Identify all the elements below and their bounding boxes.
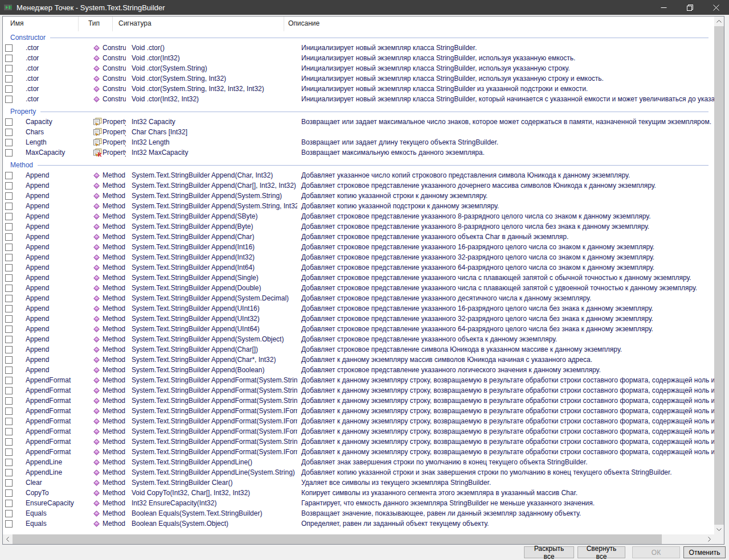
member-checkbox[interactable]	[5, 469, 13, 476]
column-header-type[interactable]: Тип	[79, 17, 113, 31]
member-row[interactable]: AppendMethodSystem.Text.StringBuilder Ap…	[3, 365, 714, 375]
member-row[interactable]: AppendMethodSystem.Text.StringBuilder Ap…	[3, 273, 714, 283]
member-checkbox[interactable]	[5, 75, 13, 83]
member-checkbox[interactable]	[5, 233, 13, 241]
member-checkbox[interactable]	[5, 489, 13, 497]
column-header-description[interactable]: Описание	[284, 17, 724, 31]
member-row[interactable]: AppendMethodSystem.Text.StringBuilder Ap…	[3, 314, 714, 324]
member-row[interactable]: EnsureCapacityMethodInt32 EnsureCapacity…	[3, 498, 714, 508]
member-checkbox[interactable]	[5, 44, 13, 52]
member-checkbox[interactable]	[5, 418, 13, 425]
ok-button[interactable]: ОК	[632, 546, 680, 558]
group-header-constructor[interactable]: Constructor	[3, 32, 714, 43]
member-checkbox[interactable]	[5, 305, 13, 312]
member-row[interactable]: AppendFormatMethodSystem.Text.StringBuil…	[3, 375, 714, 385]
member-checkbox[interactable]	[5, 182, 13, 190]
member-row[interactable]: AppendMethodSystem.Text.StringBuilder Ap…	[3, 324, 714, 334]
member-row[interactable]: AppendMethodSystem.Text.StringBuilder Ap…	[3, 262, 714, 273]
member-checkbox[interactable]	[5, 264, 13, 271]
member-checkbox[interactable]	[5, 326, 13, 333]
member-row[interactable]: .ctorConstructorVoid .ctor()Инициализиру…	[3, 43, 714, 53]
member-row[interactable]: AppendFormatMethodSystem.Text.StringBuil…	[3, 426, 714, 437]
member-checkbox[interactable]	[5, 510, 13, 517]
member-checkbox[interactable]	[5, 479, 13, 487]
member-row[interactable]: EqualsMethodBoolean Equals(System.Object…	[3, 518, 714, 529]
member-row[interactable]: AppendFormatMethodSystem.Text.StringBuil…	[3, 447, 714, 457]
member-checkbox[interactable]	[5, 65, 13, 72]
member-checkbox[interactable]	[5, 118, 13, 126]
member-row[interactable]: AppendMethodSystem.Text.StringBuilder Ap…	[3, 170, 714, 180]
member-row[interactable]: AppendMethodSystem.Text.StringBuilder Ap…	[3, 232, 714, 242]
member-row[interactable]: AppendMethodSystem.Text.StringBuilder Ap…	[3, 293, 714, 303]
hscroll-right-button[interactable]	[705, 534, 714, 544]
member-checkbox[interactable]	[5, 55, 13, 62]
member-row[interactable]: ClearMethodSystem.Text.StringBuilder Cle…	[3, 477, 714, 488]
member-checkbox[interactable]	[5, 367, 13, 374]
member-row[interactable]: AppendFormatMethodSystem.Text.StringBuil…	[3, 406, 714, 416]
column-header-signature[interactable]: Сигнатура	[113, 17, 284, 31]
member-checkbox[interactable]	[5, 387, 13, 394]
member-checkbox[interactable]	[5, 203, 13, 210]
member-checkbox[interactable]	[5, 500, 13, 507]
restore-button[interactable]	[677, 0, 703, 15]
member-checkbox[interactable]	[5, 520, 13, 528]
member-row[interactable]: AppendMethodSystem.Text.StringBuilder Ap…	[3, 283, 714, 293]
member-row[interactable]: AppendMethodSystem.Text.StringBuilder Ap…	[3, 211, 714, 221]
member-checkbox[interactable]	[5, 356, 13, 364]
column-header-name[interactable]: Имя	[3, 17, 79, 31]
hscroll-thumb[interactable]	[13, 534, 662, 544]
group-header-method[interactable]: Method	[3, 160, 714, 170]
vertical-scrollbar[interactable]	[714, 17, 724, 534]
member-checkbox[interactable]	[5, 448, 13, 456]
vscroll-down-button[interactable]	[714, 525, 724, 534]
member-row[interactable]: AppendMethodSystem.Text.StringBuilder Ap…	[3, 180, 714, 191]
member-checkbox[interactable]	[5, 85, 13, 93]
group-header-property[interactable]: Property	[3, 106, 714, 117]
member-checkbox[interactable]	[5, 244, 13, 251]
member-checkbox[interactable]	[5, 459, 13, 466]
member-row[interactable]: .ctorConstructorVoid .ctor(System.String…	[3, 63, 714, 73]
member-checkbox[interactable]	[5, 274, 13, 282]
member-checkbox[interactable]	[5, 139, 13, 146]
member-checkbox[interactable]	[5, 213, 13, 220]
collapse-all-button[interactable]: Свернуть все	[578, 546, 625, 558]
hscroll-left-button[interactable]	[3, 534, 13, 544]
member-row[interactable]: AppendMethodSystem.Text.StringBuilder Ap…	[3, 334, 714, 344]
member-row[interactable]: AppendMethodSystem.Text.StringBuilder Ap…	[3, 191, 714, 201]
member-checkbox[interactable]	[5, 96, 13, 103]
member-row[interactable]: CopyToMethodVoid CopyTo(Int32, Char[], I…	[3, 488, 714, 498]
member-row[interactable]: AppendFormatMethodSystem.Text.StringBuil…	[3, 385, 714, 396]
member-checkbox[interactable]	[5, 377, 13, 384]
member-checkbox[interactable]	[5, 315, 13, 323]
member-row[interactable]: AppendMethodSystem.Text.StringBuilder Ap…	[3, 242, 714, 252]
member-row[interactable]: AppendMethodSystem.Text.StringBuilder Ap…	[3, 344, 714, 355]
member-row[interactable]: CapacityPropertyInt32 CapacityВозвращает…	[3, 117, 714, 127]
member-row[interactable]: AppendFormatMethodSystem.Text.StringBuil…	[3, 396, 714, 406]
member-checkbox[interactable]	[5, 428, 13, 435]
member-row[interactable]: AppendMethodSystem.Text.StringBuilder Ap…	[3, 201, 714, 211]
member-row[interactable]: .ctorConstructorVoid .ctor(Int32)Инициал…	[3, 53, 714, 63]
cancel-button[interactable]: Отменить	[683, 546, 726, 558]
member-row[interactable]: .ctorConstructorVoid .ctor(Int32, Int32)…	[3, 94, 714, 104]
horizontal-scrollbar[interactable]	[3, 534, 714, 544]
member-row[interactable]: AppendLineMethodSystem.Text.StringBuilde…	[3, 467, 714, 477]
member-row[interactable]: .ctorConstructorVoid .ctor(System.String…	[3, 73, 714, 84]
member-row[interactable]: .ctorConstructorVoid .ctor(System.String…	[3, 84, 714, 94]
member-checkbox[interactable]	[5, 407, 13, 415]
member-checkbox[interactable]	[5, 336, 13, 343]
member-checkbox[interactable]	[5, 346, 13, 353]
member-row[interactable]: AppendMethodSystem.Text.StringBuilder Ap…	[3, 355, 714, 365]
member-checkbox[interactable]	[5, 223, 13, 230]
member-checkbox[interactable]	[5, 397, 13, 405]
vscroll-thumb[interactable]	[714, 26, 724, 525]
member-checkbox[interactable]	[5, 129, 13, 136]
member-row[interactable]: EqualsMethodBoolean Equals(System.Text.S…	[3, 508, 714, 518]
close-button[interactable]	[703, 0, 729, 15]
vscroll-up-button[interactable]	[714, 17, 724, 26]
member-checkbox[interactable]	[5, 285, 13, 292]
member-row[interactable]: AppendMethodSystem.Text.StringBuilder Ap…	[3, 221, 714, 232]
member-checkbox[interactable]	[5, 192, 13, 200]
member-row[interactable]: AppendMethodSystem.Text.StringBuilder Ap…	[3, 303, 714, 314]
expand-all-button[interactable]: Раскрыть все	[524, 546, 574, 558]
member-checkbox[interactable]	[5, 172, 13, 179]
